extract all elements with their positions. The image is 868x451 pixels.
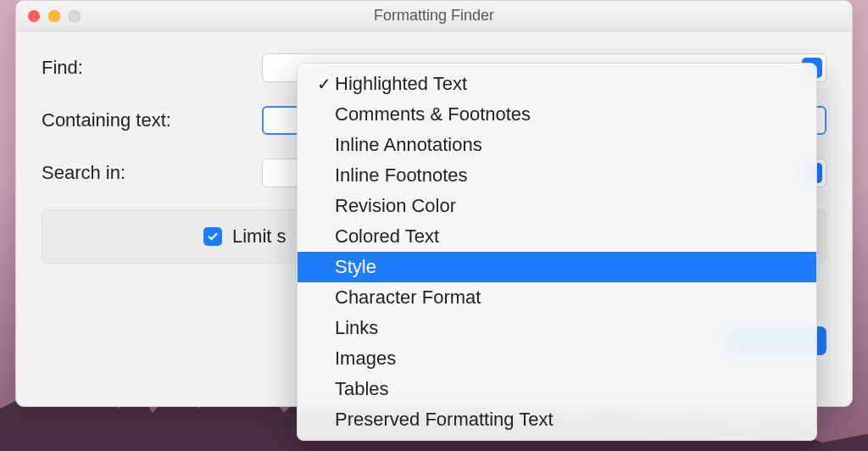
find-label: Find: [42,57,262,79]
search-in-label: Search in: [42,162,262,184]
dropdown-item[interactable]: Style [298,252,816,282]
limit-checkbox[interactable] [203,227,222,246]
dropdown-item[interactable]: Images [298,343,816,374]
dropdown-item[interactable]: Inline Annotations [298,130,816,160]
titlebar[interactable]: Formatting Finder [16,1,852,31]
dropdown-item[interactable]: Preserved Formatting Text [298,404,816,435]
dropdown-item-label: Images [335,348,799,370]
dropdown-item-label: Inline Annotations [335,134,799,156]
dropdown-item-label: Links [335,317,799,339]
window-title: Formatting Finder [16,7,852,25]
dropdown-item[interactable]: Character Format [298,282,816,313]
dropdown-item-label: Preserved Formatting Text [335,409,799,431]
containing-text-label: Containing text: [42,109,262,131]
dropdown-item[interactable]: ✓Highlighted Text [298,69,816,99]
dropdown-item-label: Revision Color [335,195,799,217]
dropdown-item[interactable]: Comments & Footnotes [298,99,816,130]
dropdown-item[interactable]: Links [298,313,816,343]
checkmark-icon [207,231,219,242]
dropdown-item-label: Tables [335,378,799,400]
dropdown-item[interactable]: Inline Footnotes [298,160,816,191]
dropdown-item[interactable]: Revision Color [298,191,816,221]
find-dropdown-menu[interactable]: ✓Highlighted TextComments & FootnotesInl… [297,63,817,441]
dropdown-item-label: Highlighted Text [335,73,799,95]
minimize-button[interactable] [48,10,60,22]
checkmark-icon: ✓ [313,74,335,94]
dropdown-item-label: Colored Text [335,226,799,248]
dropdown-item-label: Character Format [335,287,799,309]
dropdown-item[interactable]: Colored Text [298,221,816,252]
dropdown-item-label: Comments & Footnotes [335,103,799,125]
dropdown-item-label: Style [335,256,799,278]
dropdown-item-label: Inline Footnotes [335,164,799,187]
zoom-button[interactable] [69,10,81,22]
limit-label: Limit s [232,226,287,248]
traffic-lights [16,10,81,22]
dropdown-item[interactable]: Tables [298,374,816,404]
close-button[interactable] [28,10,40,22]
